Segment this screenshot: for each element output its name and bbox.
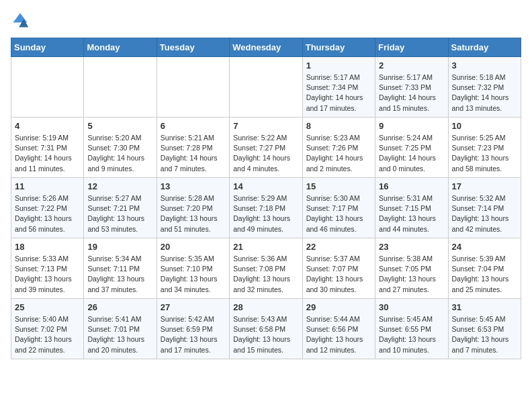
calendar-cell bbox=[230, 57, 302, 118]
day-info: Sunrise: 5:35 AM Sunset: 7:10 PM Dayligh… bbox=[161, 254, 226, 295]
calendar-week-4: 18Sunrise: 5:33 AM Sunset: 7:13 PM Dayli… bbox=[11, 238, 521, 299]
day-info: Sunrise: 5:31 AM Sunset: 7:15 PM Dayligh… bbox=[379, 193, 444, 234]
day-info: Sunrise: 5:25 AM Sunset: 7:23 PM Dayligh… bbox=[452, 133, 517, 174]
calendar-cell: 8Sunrise: 5:23 AM Sunset: 7:26 PM Daylig… bbox=[302, 118, 375, 178]
day-number: 8 bbox=[306, 121, 371, 131]
svg-marker-0 bbox=[13, 13, 28, 23]
day-info: Sunrise: 5:39 AM Sunset: 7:04 PM Dayligh… bbox=[452, 254, 517, 295]
day-info: Sunrise: 5:40 AM Sunset: 7:02 PM Dayligh… bbox=[15, 314, 80, 355]
calendar-cell: 25Sunrise: 5:40 AM Sunset: 7:02 PM Dayli… bbox=[11, 299, 84, 359]
day-number: 10 bbox=[452, 121, 517, 131]
calendar-week-5: 25Sunrise: 5:40 AM Sunset: 7:02 PM Dayli… bbox=[11, 299, 521, 359]
calendar-cell: 16Sunrise: 5:31 AM Sunset: 7:15 PM Dayli… bbox=[375, 178, 448, 238]
day-info: Sunrise: 5:33 AM Sunset: 7:13 PM Dayligh… bbox=[15, 254, 80, 295]
day-number: 17 bbox=[452, 181, 517, 191]
calendar-cell: 7Sunrise: 5:22 AM Sunset: 7:27 PM Daylig… bbox=[230, 118, 302, 178]
day-info: Sunrise: 5:20 AM Sunset: 7:30 PM Dayligh… bbox=[87, 133, 152, 174]
weekday-header-monday: Monday bbox=[84, 38, 157, 57]
day-info: Sunrise: 5:18 AM Sunset: 7:32 PM Dayligh… bbox=[452, 73, 517, 113]
day-number: 31 bbox=[452, 302, 517, 312]
calendar-cell: 20Sunrise: 5:35 AM Sunset: 7:10 PM Dayli… bbox=[157, 238, 229, 299]
day-number: 14 bbox=[233, 181, 298, 191]
weekday-header-friday: Friday bbox=[375, 38, 448, 57]
calendar-cell: 4Sunrise: 5:19 AM Sunset: 7:31 PM Daylig… bbox=[11, 118, 84, 178]
day-info: Sunrise: 5:19 AM Sunset: 7:31 PM Dayligh… bbox=[15, 133, 80, 174]
calendar-cell: 10Sunrise: 5:25 AM Sunset: 7:23 PM Dayli… bbox=[448, 118, 521, 178]
day-number: 19 bbox=[87, 242, 152, 252]
day-info: Sunrise: 5:45 AM Sunset: 6:53 PM Dayligh… bbox=[452, 314, 517, 355]
day-number: 5 bbox=[87, 121, 152, 131]
calendar-cell bbox=[157, 57, 229, 118]
calendar-week-2: 4Sunrise: 5:19 AM Sunset: 7:31 PM Daylig… bbox=[11, 118, 521, 178]
calendar-table: SundayMondayTuesdayWednesdayThursdayFrid… bbox=[11, 38, 521, 359]
day-info: Sunrise: 5:43 AM Sunset: 6:58 PM Dayligh… bbox=[233, 314, 298, 355]
day-info: Sunrise: 5:45 AM Sunset: 6:55 PM Dayligh… bbox=[379, 314, 444, 355]
day-number: 30 bbox=[379, 302, 444, 312]
day-number: 26 bbox=[87, 302, 152, 312]
calendar-cell: 15Sunrise: 5:30 AM Sunset: 7:17 PM Dayli… bbox=[302, 178, 375, 238]
logo-icon bbox=[11, 11, 30, 30]
calendar-cell: 17Sunrise: 5:32 AM Sunset: 7:14 PM Dayli… bbox=[448, 178, 521, 238]
day-info: Sunrise: 5:17 AM Sunset: 7:34 PM Dayligh… bbox=[306, 73, 371, 113]
day-number: 22 bbox=[306, 242, 371, 252]
day-info: Sunrise: 5:36 AM Sunset: 7:08 PM Dayligh… bbox=[233, 254, 298, 295]
day-number: 25 bbox=[15, 302, 80, 312]
day-info: Sunrise: 5:29 AM Sunset: 7:18 PM Dayligh… bbox=[233, 193, 298, 234]
day-info: Sunrise: 5:28 AM Sunset: 7:20 PM Dayligh… bbox=[161, 193, 226, 234]
calendar-cell: 9Sunrise: 5:24 AM Sunset: 7:25 PM Daylig… bbox=[375, 118, 448, 178]
calendar-cell: 30Sunrise: 5:45 AM Sunset: 6:55 PM Dayli… bbox=[375, 299, 448, 359]
day-info: Sunrise: 5:26 AM Sunset: 7:22 PM Dayligh… bbox=[15, 193, 80, 234]
day-number: 11 bbox=[15, 181, 80, 191]
calendar-week-1: 1Sunrise: 5:17 AM Sunset: 7:34 PM Daylig… bbox=[11, 57, 521, 118]
day-number: 9 bbox=[379, 121, 444, 131]
day-info: Sunrise: 5:41 AM Sunset: 7:01 PM Dayligh… bbox=[87, 314, 152, 355]
day-number: 29 bbox=[306, 302, 371, 312]
calendar-cell: 28Sunrise: 5:43 AM Sunset: 6:58 PM Dayli… bbox=[230, 299, 302, 359]
day-info: Sunrise: 5:21 AM Sunset: 7:28 PM Dayligh… bbox=[161, 133, 226, 174]
calendar-cell: 22Sunrise: 5:37 AM Sunset: 7:07 PM Dayli… bbox=[302, 238, 375, 299]
calendar-cell: 6Sunrise: 5:21 AM Sunset: 7:28 PM Daylig… bbox=[157, 118, 229, 178]
calendar-cell: 13Sunrise: 5:28 AM Sunset: 7:20 PM Dayli… bbox=[157, 178, 229, 238]
page-header bbox=[11, 11, 521, 30]
calendar-cell: 3Sunrise: 5:18 AM Sunset: 7:32 PM Daylig… bbox=[448, 57, 521, 118]
day-info: Sunrise: 5:30 AM Sunset: 7:17 PM Dayligh… bbox=[306, 193, 371, 234]
calendar-cell: 14Sunrise: 5:29 AM Sunset: 7:18 PM Dayli… bbox=[230, 178, 302, 238]
weekday-header-row: SundayMondayTuesdayWednesdayThursdayFrid… bbox=[11, 38, 521, 57]
day-info: Sunrise: 5:23 AM Sunset: 7:26 PM Dayligh… bbox=[306, 133, 371, 174]
day-info: Sunrise: 5:44 AM Sunset: 6:56 PM Dayligh… bbox=[306, 314, 371, 355]
calendar-body: 1Sunrise: 5:17 AM Sunset: 7:34 PM Daylig… bbox=[11, 57, 521, 359]
day-number: 7 bbox=[233, 121, 298, 131]
calendar-cell: 21Sunrise: 5:36 AM Sunset: 7:08 PM Dayli… bbox=[230, 238, 302, 299]
day-number: 15 bbox=[306, 181, 371, 191]
day-number: 13 bbox=[161, 181, 226, 191]
calendar-cell: 2Sunrise: 5:17 AM Sunset: 7:33 PM Daylig… bbox=[375, 57, 448, 118]
weekday-header-saturday: Saturday bbox=[448, 38, 521, 57]
calendar-cell: 5Sunrise: 5:20 AM Sunset: 7:30 PM Daylig… bbox=[84, 118, 157, 178]
calendar-cell: 11Sunrise: 5:26 AM Sunset: 7:22 PM Dayli… bbox=[11, 178, 84, 238]
calendar-cell: 24Sunrise: 5:39 AM Sunset: 7:04 PM Dayli… bbox=[448, 238, 521, 299]
day-number: 6 bbox=[161, 121, 226, 131]
weekday-header-wednesday: Wednesday bbox=[230, 38, 302, 57]
day-number: 23 bbox=[379, 242, 444, 252]
day-number: 4 bbox=[15, 121, 80, 131]
calendar-week-3: 11Sunrise: 5:26 AM Sunset: 7:22 PM Dayli… bbox=[11, 178, 521, 238]
calendar-cell: 23Sunrise: 5:38 AM Sunset: 7:05 PM Dayli… bbox=[375, 238, 448, 299]
day-number: 2 bbox=[379, 60, 444, 71]
calendar-cell: 31Sunrise: 5:45 AM Sunset: 6:53 PM Dayli… bbox=[448, 299, 521, 359]
day-number: 16 bbox=[379, 181, 444, 191]
day-info: Sunrise: 5:22 AM Sunset: 7:27 PM Dayligh… bbox=[233, 133, 298, 174]
day-number: 12 bbox=[87, 181, 152, 191]
day-info: Sunrise: 5:37 AM Sunset: 7:07 PM Dayligh… bbox=[306, 254, 371, 295]
calendar-cell: 1Sunrise: 5:17 AM Sunset: 7:34 PM Daylig… bbox=[302, 57, 375, 118]
calendar-cell: 26Sunrise: 5:41 AM Sunset: 7:01 PM Dayli… bbox=[84, 299, 157, 359]
calendar-cell bbox=[11, 57, 84, 118]
day-number: 3 bbox=[452, 60, 517, 71]
day-number: 18 bbox=[15, 242, 80, 252]
day-number: 1 bbox=[306, 60, 371, 71]
logo bbox=[11, 11, 32, 30]
calendar-cell: 29Sunrise: 5:44 AM Sunset: 6:56 PM Dayli… bbox=[302, 299, 375, 359]
day-number: 24 bbox=[452, 242, 517, 252]
day-info: Sunrise: 5:38 AM Sunset: 7:05 PM Dayligh… bbox=[379, 254, 444, 295]
weekday-header-sunday: Sunday bbox=[11, 38, 84, 57]
day-number: 20 bbox=[161, 242, 226, 252]
